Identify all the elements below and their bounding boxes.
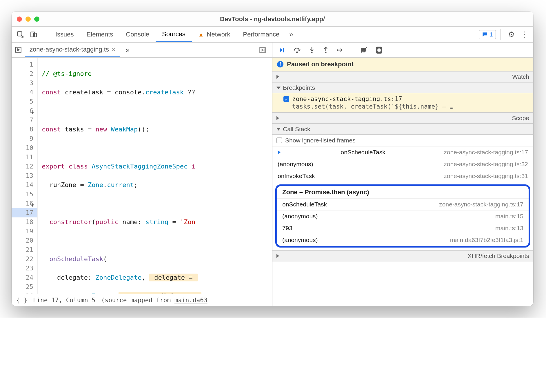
tab-network[interactable]: ▲Network	[192, 27, 236, 42]
glyph: »	[126, 46, 130, 54]
navigator-toggle-icon[interactable]	[14, 46, 23, 54]
debugger-panel: i Paused on breakpoint Watch Breakpoints…	[272, 43, 533, 306]
inspect-icon[interactable]	[14, 29, 26, 40]
stack-frame[interactable]: onScheduleTask zone-async-stack-tagging.…	[277, 199, 529, 210]
messages-button[interactable]: 1	[479, 30, 496, 39]
devtools-window: DevTools - ng-devtools.netlify.app/ Issu…	[12, 12, 533, 306]
divider	[500, 29, 501, 40]
tab-performance[interactable]: Performance	[236, 27, 286, 42]
t: public	[95, 218, 118, 226]
content: zone-async-stack-tagging.ts × » 12345 6▼…	[12, 43, 533, 306]
frame-name: (anonymous)	[282, 213, 318, 220]
t: createTask	[145, 89, 184, 96]
tab-console[interactable]: Console	[119, 27, 156, 42]
svg-rect-15	[380, 49, 381, 52]
minimize-icon[interactable]	[26, 17, 31, 22]
paused-banner: i Paused on breakpoint	[272, 58, 533, 71]
section-callstack[interactable]: Call Stack	[272, 124, 533, 135]
t	[42, 218, 50, 226]
stack-frame[interactable]: (anonymous) main.da63f7b2fe3f1fa3.js:1	[277, 234, 529, 246]
resume-icon[interactable]	[278, 47, 285, 54]
stack-frame[interactable]: onInvokeTask zone-async-stack-tagging.ts…	[272, 170, 533, 182]
tab-issues[interactable]: Issues	[49, 27, 80, 42]
deactivate-breakpoints-icon[interactable]	[360, 47, 368, 54]
stack-frame[interactable]: onScheduleTask zone-async-stack-tagging.…	[272, 146, 533, 158]
checkbox-checked-icon[interactable]: ✓	[283, 96, 289, 102]
label: Show ignore-listed frames	[285, 137, 356, 144]
t: constructor	[50, 218, 92, 226]
warning-icon: ▲	[198, 31, 204, 38]
frame-name: 793	[282, 225, 292, 232]
stack-frame[interactable]: 793 main.ts:13	[277, 222, 529, 234]
t: // @ts-ignore	[42, 70, 92, 77]
t: ();	[138, 126, 149, 133]
t	[42, 255, 50, 263]
t: 'Zon	[180, 218, 195, 226]
frame-name: onScheduleTask	[282, 201, 327, 208]
svg-point-7	[296, 52, 298, 53]
filename: zone-async-stack-tagging.ts	[30, 46, 109, 53]
tab-label: Elements	[87, 31, 113, 38]
file-tabs-overflow-icon[interactable]: »	[122, 46, 133, 54]
divider	[44, 29, 44, 40]
show-ignored-checkbox[interactable]: Show ignore-listed frames	[272, 135, 533, 146]
t: ,	[141, 274, 145, 281]
close-icon[interactable]	[17, 17, 22, 22]
t: createTask = console.	[61, 89, 145, 96]
frame-name: onScheduleTask	[341, 149, 385, 156]
close-tab-icon[interactable]: ×	[112, 46, 115, 53]
section-breakpoints[interactable]: Breakpoints	[272, 82, 533, 93]
t: .	[103, 181, 107, 188]
label: Breakpoints	[283, 84, 315, 91]
debugger-controls	[272, 43, 533, 58]
file-tab[interactable]: zone-async-stack-tagging.ts ×	[25, 43, 120, 57]
pretty-print-icon[interactable]: { }	[16, 297, 27, 304]
section-watch[interactable]: Watch	[272, 71, 533, 82]
frame-name: onInvokeTask	[278, 173, 315, 179]
checkbox-icon[interactable]	[276, 138, 282, 143]
sourcemap-link[interactable]: main.da63	[174, 297, 208, 304]
svg-point-13	[376, 47, 382, 53]
tab-elements[interactable]: Elements	[80, 27, 120, 42]
svg-rect-1	[31, 32, 34, 37]
t	[88, 163, 92, 170]
svg-point-9	[325, 52, 327, 53]
step-out-icon[interactable]	[323, 47, 329, 54]
svg-rect-6	[283, 48, 284, 52]
step-over-icon[interactable]	[293, 47, 301, 54]
async-stack-group: Zone – Promise.then (async) onScheduleTa…	[275, 184, 530, 248]
more-icon[interactable]: ⋮	[519, 29, 530, 40]
debugger-toggle-icon[interactable]	[256, 46, 269, 54]
code: // @ts-ignore const createTask = console…	[38, 58, 272, 294]
t: delegate:	[42, 274, 95, 281]
code-editor[interactable]: 12345 6▼78910 1112131415 16▼17181920 212…	[12, 58, 272, 294]
tab-sources[interactable]: Sources	[156, 27, 192, 42]
traffic-lights	[17, 17, 39, 22]
step-icon[interactable]	[337, 47, 344, 54]
cursor-position: Line 17, Column 5	[33, 297, 95, 304]
tab-label: Performance	[243, 31, 279, 38]
tabs-overflow-icon[interactable]: »	[286, 30, 296, 39]
t: ZoneDelegate	[95, 274, 141, 281]
frame-location: zone-async-stack-tagging.ts:17	[439, 201, 523, 208]
breakpoint-code: tasks.set(task, createTask(`${this.name}…	[283, 103, 529, 110]
stack-frame[interactable]: (anonymous) main.ts:15	[277, 210, 529, 222]
t: AsyncStackTaggingZoneSpec	[92, 163, 188, 170]
t: =	[168, 218, 180, 226]
svg-rect-2	[34, 33, 37, 37]
section-scope[interactable]: Scope	[272, 113, 533, 124]
pause-exceptions-icon[interactable]	[376, 47, 382, 54]
frame-location: zone-async-stack-tagging.ts:17	[444, 149, 528, 156]
device-toggle-icon[interactable]	[28, 29, 39, 40]
tab-label: Sources	[162, 30, 185, 38]
section-xhr[interactable]: XHR/fetch Breakpoints	[272, 250, 533, 261]
settings-icon[interactable]: ⚙	[505, 29, 517, 40]
stack-frame[interactable]: (anonymous) zone-async-stack-tagging.ts:…	[272, 158, 533, 170]
zoom-icon[interactable]	[34, 17, 39, 22]
message-count: 1	[489, 31, 493, 38]
frame-location: main.da63f7b2fe3f1fa3.js:1	[450, 237, 523, 243]
frame-location: main.ts:13	[495, 225, 523, 232]
breakpoint-entry[interactable]: ✓ zone-async-stack-tagging.ts:17 tasks.s…	[272, 93, 533, 113]
step-into-icon[interactable]	[309, 47, 315, 54]
gutter: 12345 6▼78910 1112131415 16▼17181920 212…	[12, 58, 38, 294]
